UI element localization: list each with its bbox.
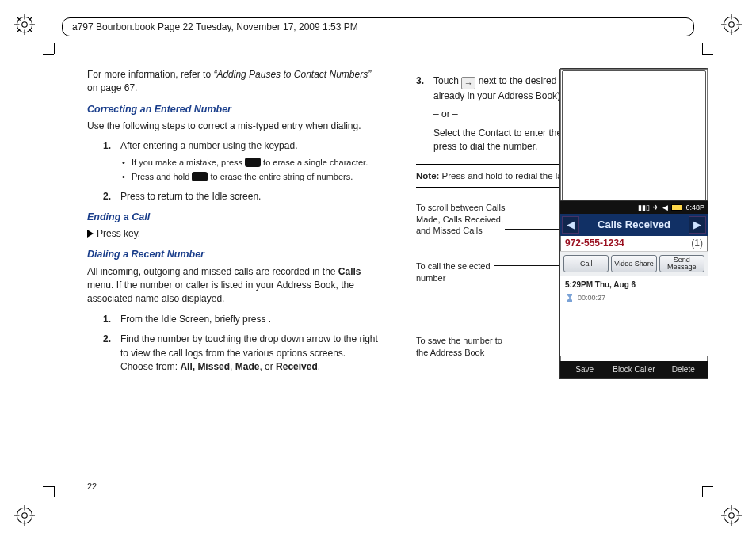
step-number: 2. <box>103 333 120 374</box>
step-text: After entering a number using the keypad… <box>120 139 380 153</box>
duration-text: 00:00:27 <box>578 293 605 303</box>
signal-icon: ▮▮▯ <box>638 203 650 213</box>
triangle-bullet-icon <box>87 230 94 238</box>
bullet-text: Press and hold to erase the entire strin… <box>132 171 353 184</box>
crop-mark-icon <box>48 480 60 492</box>
text: to return to the Idle screen. <box>147 191 261 202</box>
step-number: 3. <box>416 74 433 154</box>
heading-ending: Ending a Call <box>87 210 380 224</box>
text: Touch <box>433 75 461 86</box>
text: , or <box>259 361 276 372</box>
text: to erase the entire string of numbers. <box>208 172 353 181</box>
svg-point-27 <box>729 513 735 519</box>
text: For more information, refer to <box>87 69 213 80</box>
crop-gear-icon <box>14 505 35 526</box>
phone-title-bar: ◀ Calls Received ▶ <box>560 214 708 236</box>
xref-link: “Adding Pauses to Contact Numbers” <box>213 69 371 80</box>
softkey-delete[interactable]: Delete <box>659 361 708 378</box>
text: If you make a mistake, press <box>132 158 245 167</box>
page-number: 22 <box>87 481 97 491</box>
callout-line <box>494 265 568 266</box>
phone-illustration: To scroll between Calls Made, Calls Rece… <box>416 200 708 406</box>
crop-gear-icon <box>721 505 742 526</box>
callout-save: To save the number to the Address Book <box>416 335 511 358</box>
call-duration: 00:00:27 <box>565 293 703 303</box>
text: Use the following steps to correct a mis… <box>87 120 380 133</box>
step-text: Press to return to the Idle screen. <box>120 190 380 203</box>
text: on page 67. <box>87 82 137 93</box>
hourglass-icon <box>565 293 575 302</box>
crop-gear-icon <box>721 14 742 35</box>
text: Press and hold <box>132 172 192 181</box>
text: key. <box>124 228 140 239</box>
text: to dial the number. <box>460 141 538 152</box>
phone-number: 972-555-1234 <box>565 237 624 250</box>
delete-key-icon <box>245 158 261 167</box>
note-box: Note: Press and hold to redial the last … <box>416 164 708 188</box>
crop-mark-icon <box>696 480 708 492</box>
nav-right-button[interactable]: ▶ <box>689 216 706 234</box>
battery-icon <box>671 204 682 211</box>
text: Press and hold <box>439 171 505 181</box>
svg-point-15 <box>729 22 735 28</box>
text: . <box>318 361 320 372</box>
screen-title: Calls Received <box>581 218 687 233</box>
heading-correcting: Correcting an Entered Number <box>87 102 380 116</box>
crop-gear-icon <box>14 14 35 35</box>
text: From the Idle Screen, briefly press <box>120 314 269 325</box>
step-number: 1. <box>103 313 120 326</box>
right-column: 3. Touch → next to the desired phone num… <box>416 68 708 477</box>
step-text: From the Idle Screen, briefly press . <box>120 313 380 326</box>
step-number: 1. <box>103 139 120 153</box>
text: Press <box>97 228 124 239</box>
callout-line <box>505 229 568 230</box>
text-bold: Received <box>276 361 318 372</box>
arrow-icon: ◀ <box>662 203 668 213</box>
callout-scroll: To scroll between Calls Made, Calls Rece… <box>416 202 511 236</box>
delete-key-icon <box>192 172 208 181</box>
text: . <box>269 314 271 325</box>
text: Select the Contact to enter the <box>433 127 564 139</box>
call-datetime: 5:29PM Thu, Aug 6 <box>565 280 636 289</box>
text: All incoming, outgoing and missed calls … <box>87 266 338 277</box>
video-share-button[interactable]: Video Share <box>611 255 656 272</box>
bullet-text: If you make a mistake, press to erase a … <box>132 157 368 169</box>
bullet-icon: • <box>122 171 132 184</box>
call-count: (1) <box>691 237 703 250</box>
status-icon: ✈ <box>653 203 659 213</box>
intro-paragraph: For more information, refer to “Adding P… <box>87 68 380 96</box>
phone-number-row: 972-555-1234 (1) <box>560 236 708 252</box>
running-header: a797 Bourbon.book Page 22 Tuesday, Novem… <box>62 17 694 36</box>
call-button[interactable]: Call <box>563 255 609 272</box>
text: All incoming, outgoing and missed calls … <box>87 265 380 306</box>
bullet-icon: • <box>122 157 132 169</box>
step-number: 2. <box>103 190 120 203</box>
softkey-save[interactable]: Save <box>560 361 609 378</box>
left-column: For more information, refer to “Adding P… <box>87 68 380 477</box>
svg-point-9 <box>22 22 28 28</box>
text: Press <box>120 191 147 202</box>
step-text: Press key. <box>87 227 380 241</box>
heading-recent: Dialing a Recent Number <box>87 247 380 261</box>
softkey-block[interactable]: Block Caller <box>609 361 659 378</box>
step-text: Find the number by touching the drop dow… <box>120 333 380 374</box>
callout-line <box>489 356 568 356</box>
call-arrow-icon: → <box>461 77 475 89</box>
call-meta: 5:29PM Thu, Aug 6 00:00:27 <box>560 276 708 356</box>
phone-screenshot: ▮▮▯ ✈ ◀ 6:48P ◀ Calls Received ▶ 972-555… <box>559 200 708 379</box>
phone-action-row: Call Video Share Send Message <box>560 252 708 276</box>
note-label: Note: <box>416 171 439 181</box>
clock: 6:48P <box>685 203 704 213</box>
send-message-button[interactable]: Send Message <box>659 255 704 272</box>
text: menu. If the number or caller is listed … <box>87 280 354 304</box>
svg-point-21 <box>22 513 28 519</box>
nav-left-button[interactable]: ◀ <box>562 216 579 234</box>
callout-call: To call the selected number <box>416 260 511 283</box>
phone-status-bar: ▮▮▯ ✈ ◀ 6:48P <box>560 201 708 214</box>
crop-mark-icon <box>48 48 60 60</box>
softkey-bar: Save Block Caller Delete <box>560 361 708 378</box>
text-bold: All, Missed <box>180 361 230 372</box>
crop-mark-icon <box>696 48 708 60</box>
text-bold: Calls <box>338 266 361 277</box>
text-bold: Made <box>235 361 260 372</box>
